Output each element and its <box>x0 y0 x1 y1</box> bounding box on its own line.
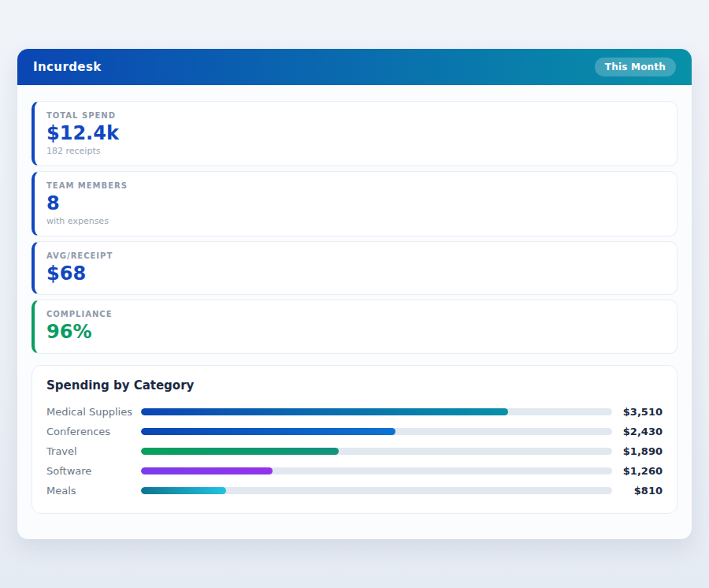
bar-fill <box>141 487 226 494</box>
bar-row-meals: Meals $810 <box>46 481 663 501</box>
category-amount: $3,510 <box>612 406 663 418</box>
app-header: Incurdesk This Month <box>17 49 692 85</box>
bar-row-software: Software $1,260 <box>46 461 663 481</box>
category-label: Medical Supplies <box>46 406 141 418</box>
category-amount: $1,260 <box>612 465 663 477</box>
stat-card-team-members: TEAM MEMBERS 8 with expenses <box>32 171 677 236</box>
bar-fill <box>141 408 508 415</box>
bar-track <box>141 467 612 474</box>
panel-title: Spending by Category <box>46 378 663 393</box>
stat-label: COMPLIANCE <box>46 310 664 318</box>
stat-card-total-spend: TOTAL SPEND $12.4k 182 receipts <box>32 101 677 166</box>
app-card: Incurdesk This Month TOTAL SPEND $12.4k … <box>17 49 692 539</box>
bar-track <box>141 428 612 435</box>
bar-fill <box>141 448 339 455</box>
bar-row-medical-supplies: Medical Supplies $3,510 <box>46 402 663 422</box>
stat-card-compliance: COMPLIANCE 96% <box>32 300 677 354</box>
bar-track <box>141 487 612 494</box>
stat-subtext: with expenses <box>46 216 664 226</box>
spending-by-category-panel: Spending by Category Medical Supplies $3… <box>32 365 677 514</box>
stat-value: $12.4k <box>46 122 664 145</box>
category-label: Travel <box>46 445 141 457</box>
bar-row-conferences: Conferences $2,430 <box>46 422 663 441</box>
bar-fill <box>141 428 395 435</box>
bar-row-travel: Travel $1,890 <box>46 441 663 461</box>
app-title: Incurdesk <box>33 60 102 74</box>
bar-track <box>141 448 612 455</box>
stat-value: $68 <box>46 262 664 285</box>
stat-value: 8 <box>46 192 664 215</box>
category-amount: $2,430 <box>612 426 663 437</box>
bar-fill <box>141 467 273 474</box>
category-amount: $810 <box>612 485 663 497</box>
category-label: Conferences <box>46 426 141 437</box>
app-body: TOTAL SPEND $12.4k 182 receipts TEAM MEM… <box>17 85 692 530</box>
stat-value: 96% <box>46 321 664 344</box>
stat-card-avg-receipt: AVG/RECEIPT $68 <box>32 241 677 296</box>
bar-track <box>141 408 612 415</box>
category-label: Software <box>46 465 141 477</box>
stat-label: TEAM MEMBERS <box>46 181 664 190</box>
category-label: Meals <box>46 485 141 497</box>
stat-label: AVG/RECEIPT <box>46 251 664 260</box>
period-badge[interactable]: This Month <box>595 58 676 76</box>
category-amount: $1,890 <box>612 445 663 457</box>
stat-subtext: 182 receipts <box>46 146 664 156</box>
stat-label: TOTAL SPEND <box>46 111 664 120</box>
